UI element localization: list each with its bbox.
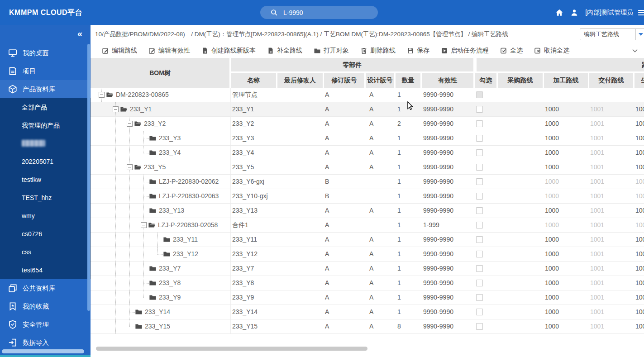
column-header-10[interactable]: 生产路线 bbox=[634, 73, 644, 88]
column-header-1[interactable]: 最后修改人 bbox=[277, 73, 324, 88]
menu-icon[interactable] bbox=[638, 9, 644, 17]
toolbar-button-5[interactable]: 删除路线 bbox=[360, 47, 396, 55]
column-header-5[interactable]: 有效性 bbox=[422, 73, 475, 88]
cell-machining-route[interactable]: 1000 bbox=[544, 204, 589, 218]
row-checkbox[interactable] bbox=[476, 193, 483, 200]
cell-purchase-route[interactable] bbox=[498, 131, 544, 145]
cell-machining-route[interactable]: 1000 bbox=[544, 160, 589, 174]
sidebar-collapse-button[interactable]: « bbox=[77, 29, 82, 39]
toolbar-button-0[interactable]: 编辑路线 bbox=[102, 47, 137, 55]
toolbar-button-4[interactable]: 打开对象 bbox=[314, 47, 349, 55]
cell-purchase-route[interactable] bbox=[498, 88, 544, 102]
toolbar-button-1[interactable]: 编辑有效性 bbox=[148, 47, 190, 55]
sidebar-horizontal-scrollbar[interactable] bbox=[2, 349, 84, 353]
cell-machining-route[interactable]: 1000 bbox=[544, 189, 589, 203]
cell-machining-route[interactable]: 1000 bbox=[544, 247, 589, 261]
sidebar-subitem-0[interactable]: 全部产品 bbox=[0, 98, 91, 116]
tree-node-label[interactable]: 233_Y2 bbox=[144, 117, 166, 131]
tree-node-label[interactable]: 233_Y1 bbox=[130, 102, 152, 116]
tree-node-label[interactable]: 233_Y9 bbox=[159, 290, 181, 305]
table-row-15[interactable]: 233_Y14233_Y14AA19990-999010001001100 bbox=[91, 305, 644, 319]
cell-extra-route[interactable]: 100 bbox=[634, 146, 644, 160]
sidebar-subitem-3[interactable]: 202205071 bbox=[0, 152, 91, 171]
tree-node-label[interactable]: 233_Y8 bbox=[159, 276, 181, 290]
cell-delivery-route[interactable]: 1001 bbox=[589, 290, 634, 305]
tree-collapse-toggle[interactable] bbox=[141, 222, 147, 228]
table-row-16[interactable]: 233_Y15233_Y15AA89990-999010001001100 bbox=[91, 319, 644, 334]
cell-extra-route[interactable] bbox=[634, 88, 644, 102]
cell-delivery-route[interactable]: 1001 bbox=[589, 117, 634, 131]
table-row-12[interactable]: 233_Y7233_Y7AA19990-999010001001100 bbox=[91, 262, 644, 276]
tree-node-label[interactable]: LZJ-P-220830-02058 bbox=[158, 218, 218, 232]
column-header-0[interactable]: 名称 bbox=[231, 73, 277, 88]
column-header-3[interactable]: 设计版号 bbox=[366, 73, 396, 88]
cell-machining-route[interactable]: 1000 bbox=[544, 175, 589, 189]
tree-node-label[interactable]: 233_Y5 bbox=[144, 160, 166, 174]
cell-extra-route[interactable]: 100 bbox=[634, 305, 644, 319]
cell-purchase-route[interactable] bbox=[498, 305, 544, 319]
row-checkbox[interactable] bbox=[476, 236, 483, 243]
cell-purchase-route[interactable] bbox=[498, 233, 544, 247]
tree-node-label[interactable]: LZJ-P-220830-02062 bbox=[159, 175, 219, 189]
tree-node-label[interactable]: 233_Y15 bbox=[145, 319, 170, 333]
toolbar-button-3[interactable]: 补全路线 bbox=[267, 47, 302, 55]
table-row-9[interactable]: LZJ-P-220830-02058合件1A11-99910001001100 bbox=[91, 218, 644, 233]
cell-purchase-route[interactable] bbox=[498, 247, 544, 261]
cell-delivery-route[interactable]: 1001 bbox=[589, 262, 634, 276]
cell-delivery-route[interactable]: 1001 bbox=[589, 146, 634, 160]
cell-extra-route[interactable]: 100 bbox=[634, 290, 644, 305]
sidebar-subitem-8[interactable]: css bbox=[0, 243, 91, 261]
user-icon[interactable] bbox=[570, 9, 578, 17]
sidebar-subitem-1[interactable]: 我管理的产品 bbox=[0, 116, 91, 134]
cell-delivery-route[interactable]: 1001 bbox=[589, 204, 634, 218]
cell-delivery-route[interactable]: 1001 bbox=[589, 319, 634, 333]
table-row-11[interactable]: 233_Y12233_Y12AA19990-999010001001100 bbox=[91, 247, 644, 262]
tree-collapse-toggle[interactable] bbox=[99, 92, 105, 98]
cell-extra-route[interactable]: 100 bbox=[634, 160, 644, 174]
cell-extra-route[interactable]: 100 bbox=[634, 218, 644, 232]
sidebar-item-1[interactable]: 项目 bbox=[0, 62, 91, 80]
column-header-6[interactable]: 勾选 bbox=[475, 73, 498, 88]
tree-node-label[interactable]: 233_Y11 bbox=[173, 233, 198, 247]
cell-machining-route[interactable]: 1000 bbox=[544, 218, 589, 232]
cell-delivery-route[interactable]: 1001 bbox=[589, 175, 634, 189]
toolbar-collapse-chevron-down-icon[interactable] bbox=[631, 47, 639, 54]
cell-purchase-route[interactable] bbox=[498, 102, 544, 116]
view-mode-dropdown[interactable]: 编辑工艺路线 bbox=[580, 29, 644, 40]
table-row-1[interactable]: 233_Y1233_Y1AA19990-999010001001100 bbox=[91, 102, 644, 117]
cell-purchase-route[interactable] bbox=[498, 262, 544, 276]
table-row-13[interactable]: 233_Y8233_Y8AA19990-999010001001100 bbox=[91, 276, 644, 290]
cell-extra-route[interactable]: 100 bbox=[634, 131, 644, 145]
cell-purchase-route[interactable] bbox=[498, 189, 544, 203]
column-header-2[interactable]: 修订版号 bbox=[324, 73, 366, 88]
row-checkbox[interactable] bbox=[476, 120, 483, 127]
cell-extra-route[interactable]: 100 bbox=[634, 204, 644, 218]
cell-machining-route[interactable]: 1000 bbox=[544, 305, 589, 319]
table-row-7[interactable]: LZJ-P-220830-02063233_Y10-gxjB19990-9990… bbox=[91, 189, 644, 204]
table-row-8[interactable]: 233_Y13233_Y13AA19990-999010001001100 bbox=[91, 204, 644, 218]
cell-purchase-route[interactable] bbox=[498, 218, 544, 232]
current-user-label[interactable]: [内部]测试管理员 bbox=[585, 9, 633, 17]
cell-machining-route[interactable]: 1000 bbox=[544, 131, 589, 145]
cell-machining-route[interactable]: 1000 bbox=[544, 102, 589, 116]
cell-delivery-route[interactable]: 1001 bbox=[589, 305, 634, 319]
tree-node-label[interactable]: 233_Y12 bbox=[173, 247, 198, 261]
cell-purchase-route[interactable] bbox=[498, 290, 544, 305]
cell-extra-route[interactable]: 100 bbox=[634, 262, 644, 276]
sidebar-subitem-5[interactable]: TEST_hhz bbox=[0, 189, 91, 207]
column-header-4[interactable]: 数量 bbox=[396, 73, 422, 88]
sidebar-subitem-6[interactable]: wmy bbox=[0, 207, 91, 225]
row-checkbox[interactable] bbox=[476, 207, 483, 214]
table-row-2[interactable]: 233_Y2233_Y2AA29990-999010001001100 bbox=[91, 117, 644, 131]
cell-extra-route[interactable]: 100 bbox=[634, 233, 644, 247]
table-horizontal-scrollbar[interactable] bbox=[96, 347, 367, 351]
column-header-8[interactable]: 加工路线 bbox=[544, 73, 589, 88]
cell-machining-route[interactable] bbox=[544, 88, 589, 102]
cell-delivery-route[interactable]: 1001 bbox=[589, 233, 634, 247]
cell-purchase-route[interactable] bbox=[498, 146, 544, 160]
column-header-9[interactable]: 交付路线 bbox=[589, 73, 634, 88]
column-header-bom-tree[interactable]: BOM树 bbox=[91, 58, 231, 88]
sidebar-item-2[interactable]: 产品资料库 bbox=[0, 80, 91, 98]
toolbar-button-7[interactable]: 启动任务流程 bbox=[441, 47, 489, 55]
tree-node-label[interactable]: DM-220823-00865 bbox=[116, 88, 169, 102]
